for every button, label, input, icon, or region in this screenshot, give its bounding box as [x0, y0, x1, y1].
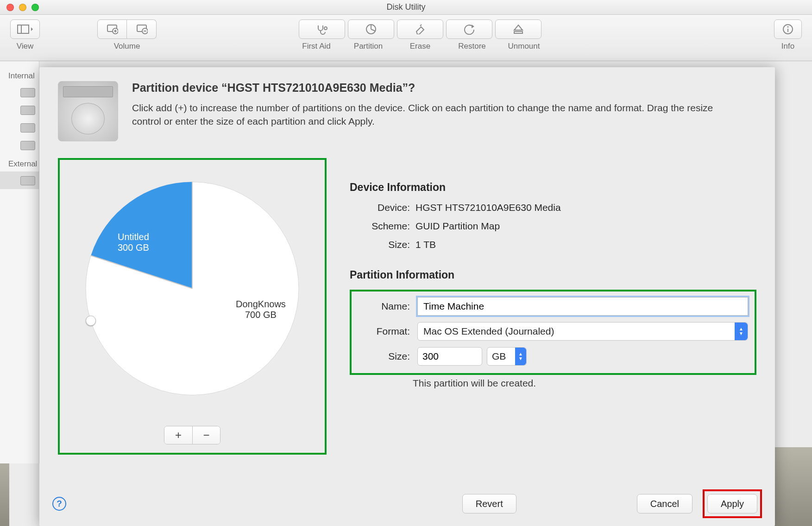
- restore-label: Restore: [449, 42, 495, 51]
- pie-icon: [365, 23, 377, 35]
- remove-partition-button[interactable]: −: [192, 426, 220, 444]
- erase-label: Erase: [397, 42, 443, 51]
- cancel-button[interactable]: Cancel: [637, 494, 692, 513]
- info-panel: Device Information Device:HGST HTS721010…: [350, 158, 756, 455]
- partition-info-heading: Partition Information: [350, 269, 756, 281]
- volume-remove-icon: [136, 24, 148, 35]
- size-unit-value: GB: [492, 351, 506, 362]
- sidebar-section-internal: Internal: [0, 66, 39, 83]
- toolbar: View Volume First Aid: [0, 15, 812, 61]
- restore-button[interactable]: [446, 19, 492, 39]
- info-button[interactable]: [774, 19, 802, 39]
- stethoscope-icon: [315, 24, 328, 35]
- chevron-updown-icon: ▲▼: [735, 323, 748, 340]
- info-label: Info: [781, 42, 794, 51]
- window-titlebar: Disk Utility: [0, 0, 812, 15]
- help-button[interactable]: ?: [52, 497, 66, 511]
- desktop-background: [770, 447, 812, 526]
- partition-name-input[interactable]: [417, 297, 748, 316]
- window-title: Disk Utility: [387, 2, 426, 12]
- first-aid-label: First Aid: [293, 42, 340, 51]
- view-label: View: [17, 42, 34, 51]
- name-label: Name:: [354, 301, 410, 312]
- sidebar-section-external: External: [0, 154, 39, 171]
- volume-add-button[interactable]: [97, 19, 127, 39]
- sidebar-disk-external-0[interactable]: [0, 171, 39, 189]
- restore-icon: [463, 24, 475, 35]
- partition-pie-panel: Untitled 300 GB DongKnows 700 GB + −: [58, 158, 327, 455]
- sidebar-disk-internal-2[interactable]: [0, 119, 39, 136]
- harddrive-icon: [58, 81, 118, 141]
- svg-marker-2: [31, 27, 33, 31]
- device-label: Device:: [350, 202, 410, 213]
- partition-size-input[interactable]: [417, 347, 482, 366]
- partition-pie-chart[interactable]: [83, 180, 301, 398]
- partition-sheet: Partition device “HGST HTS721010A9E630 M…: [39, 67, 775, 526]
- apply-button[interactable]: Apply: [707, 494, 757, 513]
- size-value: 1 TB: [415, 239, 756, 250]
- format-select-value: Mac OS Extended (Journaled): [423, 326, 554, 337]
- sidebar-disk-internal-1[interactable]: [0, 101, 39, 119]
- volume-label: Volume: [114, 42, 140, 51]
- format-select[interactable]: Mac OS Extended (Journaled) ▲▼: [417, 322, 748, 341]
- svg-rect-14: [514, 32, 522, 33]
- sheet-footer: ? Revert Cancel Apply: [39, 482, 775, 526]
- revert-button[interactable]: Revert: [462, 494, 516, 513]
- pie-slice-main-label: DongKnows 700 GB: [236, 299, 286, 320]
- size-unit-select[interactable]: GB ▲▼: [487, 347, 527, 366]
- scheme-value: GUID Partition Map: [415, 221, 756, 232]
- info-icon: [782, 24, 793, 35]
- pie-slice-main-name: DongKnows: [236, 299, 286, 310]
- sheet-subtext: Click add (+) to increase the number of …: [132, 101, 725, 128]
- window-close-button[interactable]: [6, 4, 14, 11]
- svg-marker-12: [472, 25, 474, 28]
- pie-slice-untitled-label: Untitled 300 GB: [118, 232, 149, 253]
- svg-point-10: [324, 27, 327, 30]
- format-label: Format:: [354, 326, 410, 337]
- window-minimize-button[interactable]: [19, 4, 26, 11]
- svg-point-16: [787, 26, 789, 28]
- pie-slice-main-size: 700 GB: [236, 310, 286, 320]
- volume-add-icon: [106, 24, 118, 35]
- view-mode-button[interactable]: [10, 19, 40, 39]
- partition-label: Partition: [345, 42, 391, 51]
- eject-icon: [513, 24, 524, 35]
- partition-status-text: This partition will be created.: [350, 378, 756, 389]
- erase-button[interactable]: [397, 19, 443, 39]
- psize-label: Size:: [354, 351, 410, 362]
- size-label: Size:: [350, 239, 410, 250]
- partition-button[interactable]: [348, 19, 394, 39]
- device-info-heading: Device Information: [350, 181, 756, 194]
- eraser-icon: [414, 24, 427, 34]
- partition-form: Name: Format: Mac OS Extended (Journaled…: [350, 290, 756, 375]
- sidebar-icon: [17, 25, 33, 34]
- sidebar-disk-internal-0[interactable]: [0, 83, 39, 101]
- sidebar-disk-internal-3[interactable]: [0, 136, 39, 154]
- svg-marker-13: [514, 25, 522, 30]
- unmount-label: Unmount: [501, 42, 547, 51]
- sheet-heading: Partition device “HGST HTS721010A9E630 M…: [132, 81, 725, 95]
- scheme-label: Scheme:: [350, 221, 410, 232]
- first-aid-button[interactable]: [299, 19, 345, 39]
- unmount-button[interactable]: [495, 19, 541, 39]
- chevron-updown-icon: ▲▼: [515, 348, 526, 365]
- pie-slice-untitled-size: 300 GB: [118, 242, 149, 253]
- add-partition-button[interactable]: +: [164, 426, 192, 444]
- device-value: HGST HTS721010A9E630 Media: [415, 202, 756, 213]
- window-zoom-button[interactable]: [31, 4, 39, 11]
- pie-slice-untitled-name: Untitled: [118, 232, 149, 242]
- pie-resize-handle[interactable]: [86, 316, 96, 326]
- volume-remove-button[interactable]: [127, 19, 157, 39]
- add-remove-segmented: + −: [164, 426, 220, 444]
- svg-rect-0: [18, 25, 29, 33]
- sidebar: Internal External: [0, 61, 39, 463]
